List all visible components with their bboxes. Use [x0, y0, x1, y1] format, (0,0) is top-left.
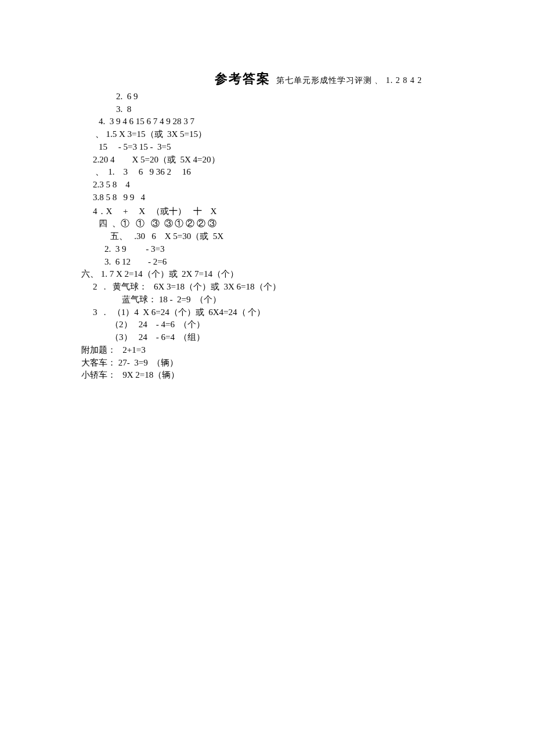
answer-line: 3 . （1）4 X 6=24（个）或 6X4=24（ 个） [93, 306, 464, 319]
answer-line: 大客车： 27- 3=9 （辆） [81, 357, 464, 370]
answer-line: 小轿车： 9X 2=18（辆） [81, 369, 464, 382]
answer-line: 附加题： 2+1=3 [81, 344, 464, 357]
answer-line: 15 - 5=3 15 - 3=5 [99, 141, 464, 154]
answer-line: 2 . 黄气球： 6X 3=18（个）或 3X 6=18（个） [93, 281, 464, 294]
answer-line: 六、 1. 7 X 2=14（个）或 2X 7=14（个） [81, 268, 464, 281]
page-title: 参考答案 [215, 71, 270, 86]
answer-line: 2. 3 9 - 3=3 [104, 243, 464, 256]
answer-line: （3） 24 - 6=4 （组） [110, 331, 464, 344]
answer-line: （2） 24 - 4=6 （个） [110, 319, 464, 331]
answer-line: 3. 8 [116, 103, 464, 116]
answer-line: 、 1. 3 6 9 36 2 16 [93, 166, 464, 179]
answer-line: 四 、① ① ③ ③ ① ② ② ③ [99, 218, 464, 230]
answer-line: 3. 6 12 - 2=6 [104, 256, 464, 269]
answer-line: 、 1.5 X 3=15（或 3X 5=15） [93, 128, 464, 141]
answer-key-page: 参考答案 第七单元形成性学习评测 、 1. 2 8 4 2 2. 6 9 3. … [0, 0, 534, 382]
answer-line: 2. 6 9 [116, 91, 464, 103]
title-row: 参考答案 第七单元形成性学习评测 、 1. 2 8 4 2 [215, 70, 464, 88]
answer-line: 4. 3 9 4 6 15 6 7 4 9 28 3 7 [99, 115, 464, 128]
answer-line: 五、 .30 6 X 5=30（或 5X [110, 230, 464, 243]
title-subtitle: 第七单元形成性学习评测 、 1. 2 8 4 2 [276, 76, 423, 85]
answer-line: 3.8 5 8 9 9 4 [93, 191, 464, 204]
answer-line: 2.20 4 X 5=20（或 5X 4=20） [93, 154, 464, 167]
answer-line: 蓝气球： 18 - 2=9 （个） [122, 294, 464, 306]
answer-line: 2.3 5 8 4 [93, 179, 464, 191]
answer-line: 4．X + X （或十） 十 X [93, 205, 464, 218]
